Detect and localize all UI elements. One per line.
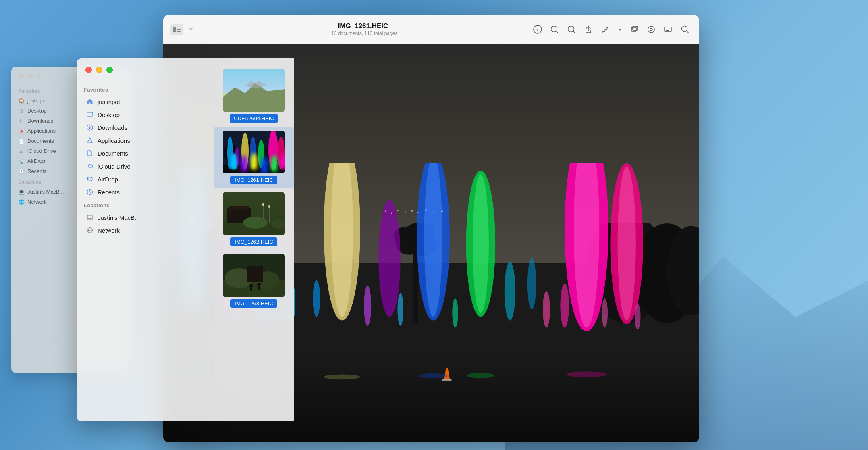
sidebar-item-airdrop[interactable]: AirDrop [79, 173, 211, 185]
minimize-button[interactable] [96, 67, 102, 73]
svg-point-16 [648, 26, 654, 33]
caption-icon [664, 25, 673, 34]
svg-point-46 [505, 262, 515, 321]
zoom-out-button[interactable] [548, 23, 561, 36]
svg-point-73 [417, 212, 419, 213]
city-lights-svg [378, 203, 458, 219]
sidebar-item-downloads[interactable]: Downloads [79, 121, 211, 134]
sidebar-item-applications[interactable]: Applications [79, 134, 211, 147]
downloads-label: Downloads [98, 124, 127, 131]
caption-button[interactable] [661, 23, 675, 36]
file-subtitle: 113 documents, 113 total pages [200, 31, 526, 36]
svg-line-86 [90, 192, 91, 193]
macbook-label: Justin's MacB... [98, 214, 140, 221]
download-icon-bg: ⬇ [19, 118, 24, 124]
zoom-out-icon [550, 25, 559, 34]
svg-rect-77 [87, 112, 93, 116]
laptop-icon [86, 214, 93, 221]
thumb-label-3: IMG_1262.HEIC [230, 237, 277, 246]
info-icon: i [533, 25, 542, 34]
sidebar-item-icloud[interactable]: iCloud Drive [79, 160, 211, 173]
svg-rect-3 [177, 31, 181, 32]
thumbnail-cdea2604[interactable]: CDEA2604.HEIC [214, 65, 294, 127]
recents-icon [86, 188, 93, 196]
sidebar-toggle-button[interactable] [170, 24, 183, 35]
annotate-icon [647, 25, 656, 34]
svg-rect-123 [258, 286, 260, 290]
svg-point-98 [227, 137, 233, 169]
network-icon-bg: 🌐 [19, 199, 24, 205]
downloads-icon [86, 124, 93, 131]
zoom-in-button[interactable] [565, 23, 578, 36]
traffic-lights [77, 58, 214, 79]
search-button[interactable] [678, 23, 692, 36]
info-button[interactable]: i [531, 23, 544, 36]
svg-point-43 [424, 163, 442, 317]
search-icon [681, 25, 689, 34]
thumbnail-img1262[interactable]: IMG_1262.HEIC [214, 188, 294, 250]
favorites-label: Favorites [77, 83, 214, 95]
svg-point-101 [250, 137, 256, 169]
sidebar-item-macbook[interactable]: Justin's MacB... [79, 211, 211, 224]
file-title: IMG_1261.HEIC [200, 22, 526, 30]
maximize-btn-bg [36, 73, 42, 79]
svg-point-70 [397, 210, 399, 211]
markup-button[interactable] [598, 23, 612, 36]
home-icon [86, 98, 93, 105]
chevron-down-icon [189, 27, 193, 32]
close-button[interactable] [85, 67, 92, 73]
sidebar-item-desktop[interactable]: Desktop [79, 108, 211, 121]
recents-icon-bg: 🕐 [19, 169, 24, 174]
svg-point-59 [602, 299, 608, 328]
thumb-image-4 [223, 254, 285, 297]
share-button[interactable] [581, 23, 595, 36]
sidebar-item-network[interactable]: Network [79, 224, 211, 237]
locations-label: Locations [77, 198, 214, 211]
annotate-button[interactable] [644, 23, 658, 36]
markup-dropdown-button[interactable] [615, 24, 624, 35]
sidebar-item-documents[interactable]: Documents [79, 147, 211, 160]
maximize-button[interactable] [106, 67, 113, 73]
svg-rect-15 [633, 26, 638, 30]
svg-rect-62 [442, 379, 452, 381]
landscape-thumb-svg [223, 69, 285, 112]
svg-point-64 [324, 375, 360, 380]
svg-rect-0 [173, 27, 176, 32]
svg-point-109 [262, 203, 264, 206]
svg-point-57 [543, 291, 550, 328]
svg-rect-14 [631, 27, 636, 31]
svg-point-75 [434, 211, 435, 212]
thumbnail-img1261[interactable]: IMG_1261.HEIC [214, 127, 294, 188]
share-icon [584, 25, 593, 34]
svg-point-103 [268, 131, 278, 170]
svg-point-120 [249, 284, 253, 287]
svg-point-45 [473, 175, 489, 313]
laptop-icon-bg: 💻 [19, 189, 24, 195]
svg-marker-82 [87, 138, 92, 142]
finder-sidebar-window: Favorites justinpot Desktop Downloads Ap… [77, 58, 214, 421]
sidebar-item-recents[interactable]: Recents [79, 185, 211, 198]
svg-rect-18 [665, 27, 671, 32]
svg-point-54 [364, 286, 371, 326]
toolbar-tools: i [531, 23, 692, 36]
network-icon [86, 227, 93, 234]
window-button[interactable] [627, 23, 641, 36]
cloud-icon [86, 162, 93, 170]
navigation-chevron-button[interactable] [187, 24, 195, 35]
svg-point-51 [618, 167, 636, 320]
minimize-btn-bg [27, 73, 33, 79]
applications-icon-bg: 🔺 [19, 128, 24, 134]
svg-point-53 [313, 280, 320, 317]
sidebar-item-justinpot[interactable]: justinpot [79, 95, 211, 108]
svg-point-71 [405, 212, 407, 213]
recents-label: Recents [98, 189, 120, 196]
airdrop-icon [86, 175, 93, 183]
desktop-label: Desktop [98, 111, 120, 118]
thumb-image-3 [223, 192, 285, 235]
svg-point-66 [467, 373, 495, 378]
svg-line-22 [687, 31, 689, 33]
titlebar-center: IMG_1261.HEIC 113 documents, 113 total p… [200, 22, 526, 36]
desktop-icon [86, 111, 93, 118]
thumbnail-img1263[interactable]: IMG_1263.HEIC [214, 250, 294, 312]
svg-point-72 [411, 210, 413, 212]
